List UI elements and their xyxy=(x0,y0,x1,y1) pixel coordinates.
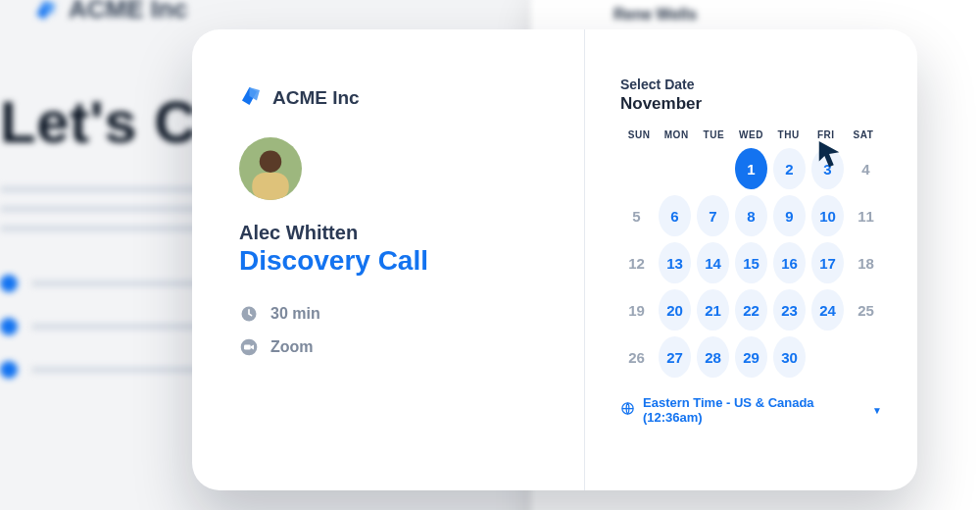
calendar-day-available[interactable]: 28 xyxy=(697,336,729,378)
calendar-day-blank xyxy=(697,148,729,189)
calendar-day-disabled: 11 xyxy=(850,195,882,236)
modal-left-pane: ACME Inc Alec Whitten Discovery Call 30 … xyxy=(192,29,585,490)
check-icon xyxy=(0,275,18,292)
location-row: Zoom xyxy=(239,337,551,357)
dow-cell: TUE xyxy=(695,129,732,140)
calendar-day-available[interactable]: 6 xyxy=(659,195,691,236)
svg-rect-1 xyxy=(252,173,289,200)
calendar-day-available[interactable]: 17 xyxy=(811,242,844,283)
dow-cell: WED xyxy=(732,129,769,140)
scheduling-modal: ACME Inc Alec Whitten Discovery Call 30 … xyxy=(192,29,917,490)
dow-cell: SAT xyxy=(845,129,882,140)
calendar-day-available[interactable]: 9 xyxy=(773,195,806,236)
chevron-down-icon: ▼ xyxy=(872,405,882,416)
video-icon xyxy=(239,337,259,357)
logo-icon xyxy=(239,84,263,112)
calendar-day-available[interactable]: 24 xyxy=(811,289,844,331)
calendar-day-disabled: 18 xyxy=(850,242,882,283)
calendar-day-available[interactable]: 23 xyxy=(773,289,806,331)
calendar-day-available[interactable]: 22 xyxy=(735,289,767,331)
location-text: Zoom xyxy=(270,338,314,356)
calendar-day-available[interactable]: 14 xyxy=(697,242,729,283)
dow-cell: MON xyxy=(658,129,695,140)
dow-header: SUNMONTUEWEDTHUFRISAT xyxy=(620,129,882,140)
calendar-day-disabled: 4 xyxy=(850,148,882,189)
bg-brand-text: ACME Inc xyxy=(69,0,187,25)
calendar-day-available[interactable]: 3 xyxy=(811,148,844,189)
logo-icon xyxy=(33,0,59,23)
timezone-text: Eastern Time - US & Canada (12:36am) xyxy=(643,395,864,425)
dow-cell: THU xyxy=(770,129,808,140)
host-avatar xyxy=(239,137,302,200)
modal-right-pane: Select Date November SUNMONTUEWEDTHUFRIS… xyxy=(585,29,917,490)
dow-cell: FRI xyxy=(808,129,845,140)
calendar-day-available[interactable]: 30 xyxy=(773,336,806,378)
calendar: SUNMONTUEWEDTHUFRISAT 123456789101112131… xyxy=(620,129,882,378)
globe-icon xyxy=(620,401,635,419)
calendar-day-disabled: 12 xyxy=(620,242,653,283)
svg-rect-4 xyxy=(244,344,251,349)
calendar-day-available[interactable]: 16 xyxy=(773,242,806,283)
calendar-day-available[interactable]: 29 xyxy=(735,336,767,378)
calendar-day-blank xyxy=(850,336,882,378)
calendar-day-available[interactable]: 13 xyxy=(659,242,691,283)
modal-brand: ACME Inc xyxy=(239,84,551,112)
calendar-day-available[interactable]: 2 xyxy=(773,148,806,189)
modal-brand-text: ACME Inc xyxy=(272,87,360,109)
duration-text: 30 min xyxy=(270,305,320,323)
calendar-day-blank xyxy=(620,148,653,189)
calendar-day-available[interactable]: 15 xyxy=(735,242,767,283)
dow-cell: SUN xyxy=(620,129,658,140)
calendar-grid: 1234567891011121314151617181920212223242… xyxy=(620,148,882,378)
clock-icon xyxy=(239,304,259,324)
svg-point-0 xyxy=(260,150,282,173)
check-icon xyxy=(0,361,18,379)
calendar-day-disabled: 26 xyxy=(620,336,653,378)
host-name: Alec Whitten xyxy=(239,222,551,244)
calendar-day-blank xyxy=(811,336,844,378)
bg-brand: ACME Inc xyxy=(33,0,187,25)
check-icon xyxy=(0,318,18,335)
calendar-day-blank xyxy=(659,148,691,189)
duration-row: 30 min xyxy=(239,304,551,324)
calendar-day-disabled: 19 xyxy=(620,289,653,331)
calendar-day-available[interactable]: 8 xyxy=(735,195,767,236)
calendar-day-disabled: 25 xyxy=(850,289,882,331)
calendar-day-available[interactable]: 7 xyxy=(697,195,729,236)
calendar-day-disabled: 5 xyxy=(620,195,653,236)
timezone-selector[interactable]: Eastern Time - US & Canada (12:36am) ▼ xyxy=(620,395,882,425)
calendar-day-selected[interactable]: 1 xyxy=(735,148,767,189)
calendar-day-available[interactable]: 21 xyxy=(697,289,729,331)
select-date-label: Select Date xyxy=(620,76,882,92)
calendar-day-available[interactable]: 20 xyxy=(659,289,691,331)
month-label: November xyxy=(620,94,882,114)
bg-profile-name: Rene Wells xyxy=(613,6,976,24)
calendar-day-available[interactable]: 27 xyxy=(659,336,691,378)
event-title: Discovery Call xyxy=(239,246,551,277)
calendar-day-available[interactable]: 10 xyxy=(811,195,844,236)
